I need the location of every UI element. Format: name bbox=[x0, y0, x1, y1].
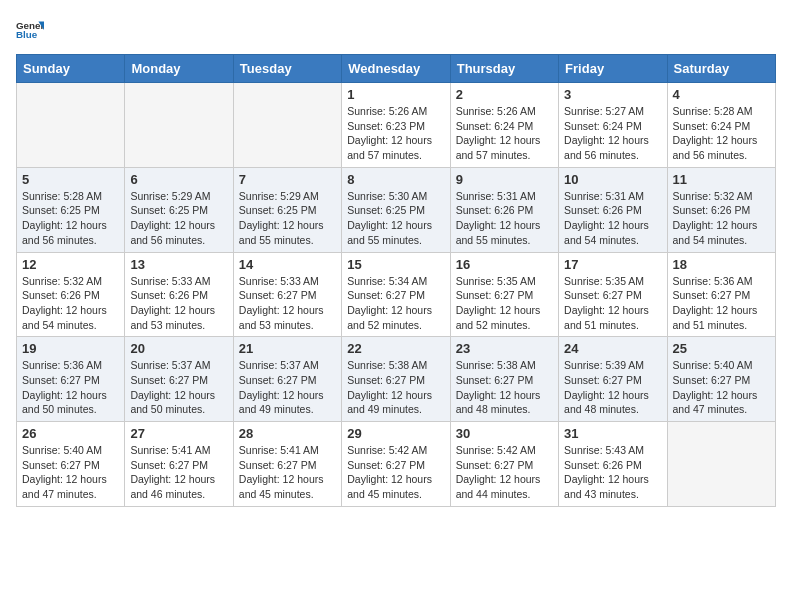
day-info: Sunrise: 5:26 AM Sunset: 6:24 PM Dayligh… bbox=[456, 104, 553, 163]
day-info: Sunrise: 5:36 AM Sunset: 6:27 PM Dayligh… bbox=[22, 358, 119, 417]
day-number: 24 bbox=[564, 341, 661, 356]
calendar-cell: 4Sunrise: 5:28 AM Sunset: 6:24 PM Daylig… bbox=[667, 83, 775, 168]
day-info: Sunrise: 5:32 AM Sunset: 6:26 PM Dayligh… bbox=[22, 274, 119, 333]
calendar-cell: 14Sunrise: 5:33 AM Sunset: 6:27 PM Dayli… bbox=[233, 252, 341, 337]
calendar-cell bbox=[17, 83, 125, 168]
day-number: 8 bbox=[347, 172, 444, 187]
day-info: Sunrise: 5:39 AM Sunset: 6:27 PM Dayligh… bbox=[564, 358, 661, 417]
calendar-cell: 20Sunrise: 5:37 AM Sunset: 6:27 PM Dayli… bbox=[125, 337, 233, 422]
calendar-cell: 6Sunrise: 5:29 AM Sunset: 6:25 PM Daylig… bbox=[125, 167, 233, 252]
calendar-cell: 7Sunrise: 5:29 AM Sunset: 6:25 PM Daylig… bbox=[233, 167, 341, 252]
day-info: Sunrise: 5:37 AM Sunset: 6:27 PM Dayligh… bbox=[239, 358, 336, 417]
day-info: Sunrise: 5:33 AM Sunset: 6:26 PM Dayligh… bbox=[130, 274, 227, 333]
day-info: Sunrise: 5:28 AM Sunset: 6:25 PM Dayligh… bbox=[22, 189, 119, 248]
day-info: Sunrise: 5:36 AM Sunset: 6:27 PM Dayligh… bbox=[673, 274, 770, 333]
day-info: Sunrise: 5:31 AM Sunset: 6:26 PM Dayligh… bbox=[564, 189, 661, 248]
calendar-week-2: 5Sunrise: 5:28 AM Sunset: 6:25 PM Daylig… bbox=[17, 167, 776, 252]
day-number: 7 bbox=[239, 172, 336, 187]
day-number: 26 bbox=[22, 426, 119, 441]
day-info: Sunrise: 5:32 AM Sunset: 6:26 PM Dayligh… bbox=[673, 189, 770, 248]
header-saturday: Saturday bbox=[667, 55, 775, 83]
calendar-cell: 2Sunrise: 5:26 AM Sunset: 6:24 PM Daylig… bbox=[450, 83, 558, 168]
calendar-cell: 28Sunrise: 5:41 AM Sunset: 6:27 PM Dayli… bbox=[233, 422, 341, 507]
day-info: Sunrise: 5:31 AM Sunset: 6:26 PM Dayligh… bbox=[456, 189, 553, 248]
day-number: 4 bbox=[673, 87, 770, 102]
day-info: Sunrise: 5:40 AM Sunset: 6:27 PM Dayligh… bbox=[673, 358, 770, 417]
day-number: 22 bbox=[347, 341, 444, 356]
day-number: 18 bbox=[673, 257, 770, 272]
day-number: 29 bbox=[347, 426, 444, 441]
calendar-cell: 29Sunrise: 5:42 AM Sunset: 6:27 PM Dayli… bbox=[342, 422, 450, 507]
calendar-cell: 10Sunrise: 5:31 AM Sunset: 6:26 PM Dayli… bbox=[559, 167, 667, 252]
day-info: Sunrise: 5:37 AM Sunset: 6:27 PM Dayligh… bbox=[130, 358, 227, 417]
calendar-cell: 11Sunrise: 5:32 AM Sunset: 6:26 PM Dayli… bbox=[667, 167, 775, 252]
calendar-cell: 17Sunrise: 5:35 AM Sunset: 6:27 PM Dayli… bbox=[559, 252, 667, 337]
day-number: 5 bbox=[22, 172, 119, 187]
calendar-cell: 16Sunrise: 5:35 AM Sunset: 6:27 PM Dayli… bbox=[450, 252, 558, 337]
day-number: 19 bbox=[22, 341, 119, 356]
day-number: 16 bbox=[456, 257, 553, 272]
calendar-cell: 19Sunrise: 5:36 AM Sunset: 6:27 PM Dayli… bbox=[17, 337, 125, 422]
day-info: Sunrise: 5:27 AM Sunset: 6:24 PM Dayligh… bbox=[564, 104, 661, 163]
calendar-cell: 31Sunrise: 5:43 AM Sunset: 6:26 PM Dayli… bbox=[559, 422, 667, 507]
calendar-table: SundayMondayTuesdayWednesdayThursdayFrid… bbox=[16, 54, 776, 507]
calendar-cell: 15Sunrise: 5:34 AM Sunset: 6:27 PM Dayli… bbox=[342, 252, 450, 337]
day-number: 13 bbox=[130, 257, 227, 272]
day-number: 10 bbox=[564, 172, 661, 187]
day-number: 2 bbox=[456, 87, 553, 102]
day-number: 23 bbox=[456, 341, 553, 356]
header-wednesday: Wednesday bbox=[342, 55, 450, 83]
logo-icon: General Blue bbox=[16, 16, 44, 44]
day-number: 3 bbox=[564, 87, 661, 102]
calendar-cell: 8Sunrise: 5:30 AM Sunset: 6:25 PM Daylig… bbox=[342, 167, 450, 252]
day-number: 14 bbox=[239, 257, 336, 272]
calendar-cell: 12Sunrise: 5:32 AM Sunset: 6:26 PM Dayli… bbox=[17, 252, 125, 337]
calendar-cell: 24Sunrise: 5:39 AM Sunset: 6:27 PM Dayli… bbox=[559, 337, 667, 422]
day-number: 21 bbox=[239, 341, 336, 356]
calendar-week-1: 1Sunrise: 5:26 AM Sunset: 6:23 PM Daylig… bbox=[17, 83, 776, 168]
day-info: Sunrise: 5:41 AM Sunset: 6:27 PM Dayligh… bbox=[130, 443, 227, 502]
calendar-week-3: 12Sunrise: 5:32 AM Sunset: 6:26 PM Dayli… bbox=[17, 252, 776, 337]
calendar-cell: 30Sunrise: 5:42 AM Sunset: 6:27 PM Dayli… bbox=[450, 422, 558, 507]
calendar-header-row: SundayMondayTuesdayWednesdayThursdayFrid… bbox=[17, 55, 776, 83]
header-sunday: Sunday bbox=[17, 55, 125, 83]
calendar-cell bbox=[233, 83, 341, 168]
calendar-cell: 1Sunrise: 5:26 AM Sunset: 6:23 PM Daylig… bbox=[342, 83, 450, 168]
calendar-cell: 26Sunrise: 5:40 AM Sunset: 6:27 PM Dayli… bbox=[17, 422, 125, 507]
calendar-cell: 23Sunrise: 5:38 AM Sunset: 6:27 PM Dayli… bbox=[450, 337, 558, 422]
day-number: 12 bbox=[22, 257, 119, 272]
day-number: 31 bbox=[564, 426, 661, 441]
day-number: 20 bbox=[130, 341, 227, 356]
day-info: Sunrise: 5:43 AM Sunset: 6:26 PM Dayligh… bbox=[564, 443, 661, 502]
calendar-week-5: 26Sunrise: 5:40 AM Sunset: 6:27 PM Dayli… bbox=[17, 422, 776, 507]
day-info: Sunrise: 5:40 AM Sunset: 6:27 PM Dayligh… bbox=[22, 443, 119, 502]
day-info: Sunrise: 5:35 AM Sunset: 6:27 PM Dayligh… bbox=[456, 274, 553, 333]
day-info: Sunrise: 5:34 AM Sunset: 6:27 PM Dayligh… bbox=[347, 274, 444, 333]
day-number: 9 bbox=[456, 172, 553, 187]
header-monday: Monday bbox=[125, 55, 233, 83]
day-info: Sunrise: 5:30 AM Sunset: 6:25 PM Dayligh… bbox=[347, 189, 444, 248]
day-info: Sunrise: 5:35 AM Sunset: 6:27 PM Dayligh… bbox=[564, 274, 661, 333]
day-info: Sunrise: 5:29 AM Sunset: 6:25 PM Dayligh… bbox=[130, 189, 227, 248]
calendar-cell: 22Sunrise: 5:38 AM Sunset: 6:27 PM Dayli… bbox=[342, 337, 450, 422]
calendar-cell: 13Sunrise: 5:33 AM Sunset: 6:26 PM Dayli… bbox=[125, 252, 233, 337]
day-info: Sunrise: 5:42 AM Sunset: 6:27 PM Dayligh… bbox=[347, 443, 444, 502]
day-info: Sunrise: 5:26 AM Sunset: 6:23 PM Dayligh… bbox=[347, 104, 444, 163]
calendar-cell: 27Sunrise: 5:41 AM Sunset: 6:27 PM Dayli… bbox=[125, 422, 233, 507]
day-info: Sunrise: 5:29 AM Sunset: 6:25 PM Dayligh… bbox=[239, 189, 336, 248]
day-number: 30 bbox=[456, 426, 553, 441]
day-info: Sunrise: 5:38 AM Sunset: 6:27 PM Dayligh… bbox=[347, 358, 444, 417]
day-number: 1 bbox=[347, 87, 444, 102]
day-number: 17 bbox=[564, 257, 661, 272]
day-number: 15 bbox=[347, 257, 444, 272]
calendar-cell: 3Sunrise: 5:27 AM Sunset: 6:24 PM Daylig… bbox=[559, 83, 667, 168]
day-number: 11 bbox=[673, 172, 770, 187]
header-thursday: Thursday bbox=[450, 55, 558, 83]
day-info: Sunrise: 5:38 AM Sunset: 6:27 PM Dayligh… bbox=[456, 358, 553, 417]
calendar-cell bbox=[667, 422, 775, 507]
calendar-cell bbox=[125, 83, 233, 168]
svg-text:Blue: Blue bbox=[16, 29, 38, 40]
day-info: Sunrise: 5:42 AM Sunset: 6:27 PM Dayligh… bbox=[456, 443, 553, 502]
calendar-cell: 5Sunrise: 5:28 AM Sunset: 6:25 PM Daylig… bbox=[17, 167, 125, 252]
header: General Blue bbox=[16, 16, 776, 44]
